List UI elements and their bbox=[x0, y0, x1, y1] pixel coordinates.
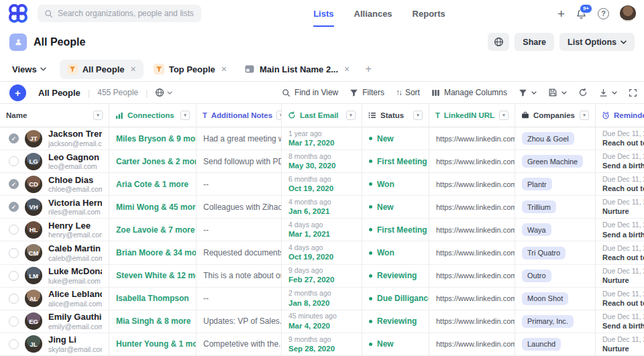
reminders-cell[interactable]: Due Dec 11, 20Reach out tod bbox=[596, 288, 644, 310]
column-header-status[interactable]: Status▾ bbox=[362, 104, 429, 127]
last-email-cell[interactable]: 4 months agoJan 6, 2021 bbox=[282, 196, 362, 219]
company-badge[interactable]: Zhou & Goel bbox=[522, 132, 574, 145]
notes-cell[interactable]: Updates: VP of Sales... bbox=[197, 310, 282, 333]
close-icon[interactable]: × bbox=[221, 64, 227, 74]
linkedin-cell[interactable]: https://www.linkedin.com/... bbox=[429, 288, 515, 310]
last-email-cell[interactable]: 6 months agoOct 19, 2020 bbox=[282, 173, 362, 196]
export-dropdown[interactable] bbox=[599, 88, 617, 97]
linkedin-cell[interactable]: https://www.linkedin.com/... bbox=[429, 241, 515, 264]
column-menu-button[interactable]: ▾ bbox=[499, 111, 508, 120]
companies-cell[interactable]: Primary, Inc. bbox=[515, 310, 596, 333]
sort-button[interactable]: ↑↓ Sort bbox=[396, 88, 420, 97]
column-header-companies[interactable]: Companies▾ bbox=[515, 104, 596, 127]
nav-alliances[interactable]: Alliances bbox=[354, 0, 392, 27]
share-button[interactable]: Share bbox=[515, 33, 554, 51]
linkedin-cell[interactable]: https://www.linkedin.com/... bbox=[429, 333, 515, 356]
notifications-bell-icon[interactable]: 9+ bbox=[576, 8, 587, 19]
filter-presets-dropdown[interactable] bbox=[519, 88, 537, 97]
column-menu-button[interactable]: ▾ bbox=[346, 111, 356, 120]
connections-cell[interactable]: Miles Bryson & 9 more bbox=[109, 127, 197, 150]
nav-lists[interactable]: Lists bbox=[313, 0, 333, 27]
notes-cell[interactable]: -- bbox=[197, 219, 282, 241]
connections-cell[interactable]: Steven White & 12 more bbox=[109, 265, 197, 288]
status-cell[interactable]: Won bbox=[362, 173, 429, 196]
company-badge[interactable]: Outro bbox=[522, 270, 551, 282]
reminders-cell[interactable]: Due Dec 11, 20Reach out tod bbox=[596, 173, 644, 196]
row-checkbox[interactable]: ✓ bbox=[9, 179, 19, 189]
column-menu-button[interactable]: ▾ bbox=[413, 111, 423, 120]
linkedin-cell[interactable]: https://www.linkedin.com/... bbox=[429, 310, 515, 333]
status-cell[interactable]: Won bbox=[362, 241, 429, 264]
notes-cell[interactable]: Colleagues with Zihao... bbox=[197, 196, 282, 219]
company-badge[interactable]: Tri Quatro bbox=[522, 247, 566, 259]
name-cell[interactable]: EGEmily Gauthieremily@email.com bbox=[0, 310, 109, 333]
linkedin-cell[interactable]: https://www.linkedin.com/... bbox=[429, 127, 515, 150]
row-checkbox[interactable]: ✓ bbox=[9, 133, 19, 143]
companies-cell[interactable]: Outro bbox=[515, 265, 596, 288]
name-cell[interactable]: ✓CDChloe Diaschloe@email.com bbox=[0, 173, 109, 196]
notes-cell[interactable]: Send followup with PD... bbox=[197, 150, 282, 173]
sync-button[interactable] bbox=[578, 88, 588, 97]
companies-cell[interactable]: Plantr bbox=[515, 173, 596, 196]
row-checkbox[interactable] bbox=[9, 248, 19, 258]
last-email-cell[interactable]: 1 year agoMar 17, 2020 bbox=[282, 127, 362, 150]
column-menu-button[interactable]: ▾ bbox=[180, 111, 190, 120]
name-cell[interactable]: LGLeo Gagnonleo@email.com bbox=[0, 150, 109, 173]
notes-cell[interactable]: -- bbox=[197, 173, 282, 196]
notes-cell[interactable]: Competetive with the... bbox=[197, 333, 282, 356]
search-input[interactable] bbox=[58, 9, 195, 18]
create-new-button[interactable]: + bbox=[557, 7, 565, 20]
reminders-cell[interactable]: Due Dec 11, 20Nurture bbox=[596, 196, 644, 219]
column-menu-button[interactable]: ▾ bbox=[276, 111, 282, 120]
status-cell[interactable]: Reviewing bbox=[362, 265, 429, 288]
companies-cell[interactable]: Green Machine bbox=[515, 150, 596, 173]
column-menu-button[interactable]: ▾ bbox=[93, 111, 103, 120]
reminders-cell[interactable]: Due Dec 11, 20Reach out tod bbox=[596, 127, 644, 150]
linkedin-cell[interactable]: https://www.linkedin.com/... bbox=[429, 196, 515, 219]
name-cell[interactable]: ALAlice Leblancalice@email.com bbox=[0, 288, 109, 310]
connections-cell[interactable]: Aria Cote & 1 more bbox=[109, 173, 197, 196]
find-in-view-button[interactable]: Find in View bbox=[282, 88, 338, 97]
status-cell[interactable]: New bbox=[362, 196, 429, 219]
connections-cell[interactable]: Mia Singh & 8 more bbox=[109, 310, 197, 333]
column-header-name[interactable]: Name▾ bbox=[0, 104, 109, 127]
name-cell[interactable]: JLJing Liskylar@email.com bbox=[0, 333, 109, 356]
companies-cell[interactable]: Moon Shot bbox=[515, 288, 596, 310]
view-tab-main-list-name-2[interactable]: Main List Name 2...× bbox=[237, 60, 357, 79]
status-cell[interactable]: First Meeting bbox=[362, 150, 429, 173]
status-cell[interactable]: New bbox=[362, 127, 429, 150]
connections-cell[interactable]: Carter Jones & 2 more bbox=[109, 150, 197, 173]
companies-cell[interactable]: Launchd bbox=[515, 333, 596, 356]
last-email-cell[interactable]: 4 days agoMar 1, 2021 bbox=[282, 219, 362, 241]
notes-cell[interactable]: -- bbox=[197, 288, 282, 310]
filters-button[interactable]: Filters bbox=[350, 88, 384, 97]
name-cell[interactable]: ✓JTJackson Tremblayjackson@email.com bbox=[0, 127, 109, 150]
global-search[interactable] bbox=[38, 5, 201, 22]
row-checkbox[interactable]: ✓ bbox=[9, 202, 19, 212]
row-checkbox[interactable] bbox=[9, 316, 19, 327]
row-checkbox[interactable] bbox=[9, 294, 19, 304]
company-badge[interactable]: Green Machine bbox=[522, 155, 583, 168]
column-menu-button[interactable]: ▾ bbox=[580, 111, 589, 120]
name-cell[interactable]: CMCaleb Martincaleb@email.com bbox=[0, 241, 109, 264]
row-checkbox[interactable] bbox=[9, 225, 19, 235]
companies-cell[interactable]: Trillium bbox=[515, 196, 596, 219]
companies-cell[interactable]: Waya bbox=[515, 219, 596, 241]
reminders-cell[interactable]: Due Dec 11, 20Nurture bbox=[596, 265, 644, 288]
company-badge[interactable]: Moon Shot bbox=[522, 292, 568, 305]
row-checkbox[interactable] bbox=[9, 271, 19, 281]
notes-cell[interactable]: Requested documents... bbox=[197, 241, 282, 264]
row-checkbox[interactable] bbox=[9, 156, 19, 166]
name-cell[interactable]: HLHenry Leehenry@email.com bbox=[0, 219, 109, 241]
status-cell[interactable]: New bbox=[362, 333, 429, 356]
reminders-cell[interactable]: Due Dec 11, 20Send a birthd bbox=[596, 150, 644, 173]
reminders-cell[interactable]: Due Dec 11, 20Send a birthd bbox=[596, 219, 644, 241]
column-header-linkedin-url[interactable]: TLinkedIN URL▾ bbox=[429, 104, 515, 127]
linkedin-cell[interactable]: https://www.linkedin.com/... bbox=[429, 173, 515, 196]
status-cell[interactable]: Due Dilligance bbox=[362, 288, 429, 310]
last-email-cell[interactable]: 9 days agoFeb 27, 2020 bbox=[282, 265, 362, 288]
app-logo-icon[interactable] bbox=[8, 0, 28, 27]
connections-cell[interactable]: Hunter Young & 1 more bbox=[109, 333, 197, 356]
connections-cell[interactable]: Zoe Lavoie & 7 more bbox=[109, 219, 197, 241]
linkedin-cell[interactable]: https://www.linkedin.com/... bbox=[429, 150, 515, 173]
